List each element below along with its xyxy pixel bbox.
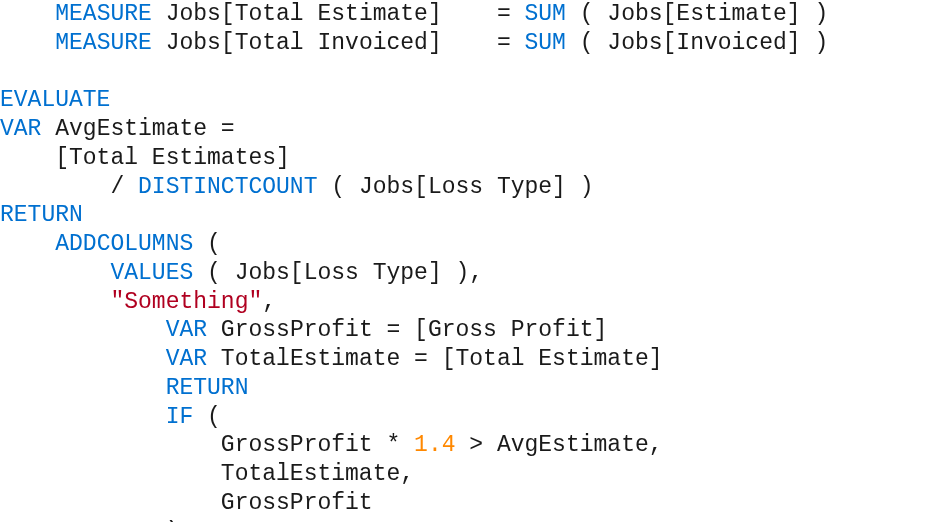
code-text: AvgEstimate = bbox=[41, 116, 234, 142]
number-literal: 1.4 bbox=[414, 432, 455, 458]
code-text: ( bbox=[193, 404, 221, 430]
code-line: RETURN bbox=[0, 375, 248, 401]
code-line: IF ( bbox=[0, 404, 221, 430]
code-line: RETURN bbox=[0, 202, 83, 228]
code-text bbox=[0, 346, 166, 372]
code-text: TotalEstimate = [Total Estimate] bbox=[207, 346, 662, 372]
code-text: GrossProfit bbox=[0, 490, 373, 516]
keyword-return: RETURN bbox=[166, 375, 249, 401]
code-line: VAR TotalEstimate = [Total Estimate] bbox=[0, 346, 663, 372]
function-sum: SUM bbox=[525, 30, 566, 56]
code-text: ) bbox=[0, 519, 179, 523]
keyword-measure: MEASURE bbox=[55, 1, 152, 27]
code-line: / DISTINCTCOUNT ( Jobs[Loss Type] ) bbox=[0, 174, 594, 200]
code-line: TotalEstimate, bbox=[0, 461, 414, 487]
code-line: EVALUATE bbox=[0, 87, 110, 113]
code-text: ( Jobs[Loss Type] ), bbox=[193, 260, 483, 286]
keyword-evaluate: EVALUATE bbox=[0, 87, 110, 113]
code-text: [Total Estimates] bbox=[0, 145, 290, 171]
function-if: IF bbox=[166, 404, 194, 430]
code-text bbox=[0, 317, 166, 343]
code-text: GrossProfit = [Gross Profit] bbox=[207, 317, 607, 343]
code-line: ADDCOLUMNS ( bbox=[0, 231, 221, 257]
keyword-return: RETURN bbox=[0, 202, 83, 228]
code-text bbox=[0, 260, 110, 286]
code-text: Jobs[Total Estimate] = bbox=[152, 1, 525, 27]
code-text: ( bbox=[193, 231, 221, 257]
code-text: / bbox=[0, 174, 138, 200]
code-text: > AvgEstimate, bbox=[456, 432, 663, 458]
keyword-var: VAR bbox=[166, 346, 207, 372]
code-text: ( Jobs[Invoiced] ) bbox=[566, 30, 828, 56]
code-line: MEASURE Jobs[Total Estimate] = SUM ( Job… bbox=[0, 1, 828, 27]
keyword-measure: MEASURE bbox=[55, 30, 152, 56]
function-sum: SUM bbox=[525, 1, 566, 27]
code-line: ) bbox=[0, 519, 179, 523]
code-line: [Total Estimates] bbox=[0, 145, 290, 171]
code-line: VAR GrossProfit = [Gross Profit] bbox=[0, 317, 607, 343]
code-text: ( Jobs[Loss Type] ) bbox=[317, 174, 593, 200]
code-text bbox=[0, 404, 166, 430]
code-line: VALUES ( Jobs[Loss Type] ), bbox=[0, 260, 483, 286]
code-line: VAR AvgEstimate = bbox=[0, 116, 235, 142]
code-text bbox=[0, 289, 110, 315]
dax-code-block: MEASURE Jobs[Total Estimate] = SUM ( Job… bbox=[0, 0, 942, 522]
code-text: GrossProfit * bbox=[0, 432, 414, 458]
code-line: "Something", bbox=[0, 289, 276, 315]
code-text: ( Jobs[Estimate] ) bbox=[566, 1, 828, 27]
code-text: , bbox=[262, 289, 276, 315]
code-line: GrossProfit bbox=[0, 490, 373, 516]
code-text bbox=[0, 375, 166, 401]
keyword-var: VAR bbox=[166, 317, 207, 343]
function-values: VALUES bbox=[110, 260, 193, 286]
function-distinctcount: DISTINCTCOUNT bbox=[138, 174, 317, 200]
code-line: GrossProfit * 1.4 > AvgEstimate, bbox=[0, 432, 663, 458]
code-text: Jobs[Total Invoiced] = bbox=[152, 30, 525, 56]
code-text: TotalEstimate, bbox=[0, 461, 414, 487]
function-addcolumns: ADDCOLUMNS bbox=[55, 231, 193, 257]
code-text bbox=[0, 231, 55, 257]
keyword-var: VAR bbox=[0, 116, 41, 142]
string-literal: "Something" bbox=[110, 289, 262, 315]
code-line: MEASURE Jobs[Total Invoiced] = SUM ( Job… bbox=[0, 30, 828, 56]
